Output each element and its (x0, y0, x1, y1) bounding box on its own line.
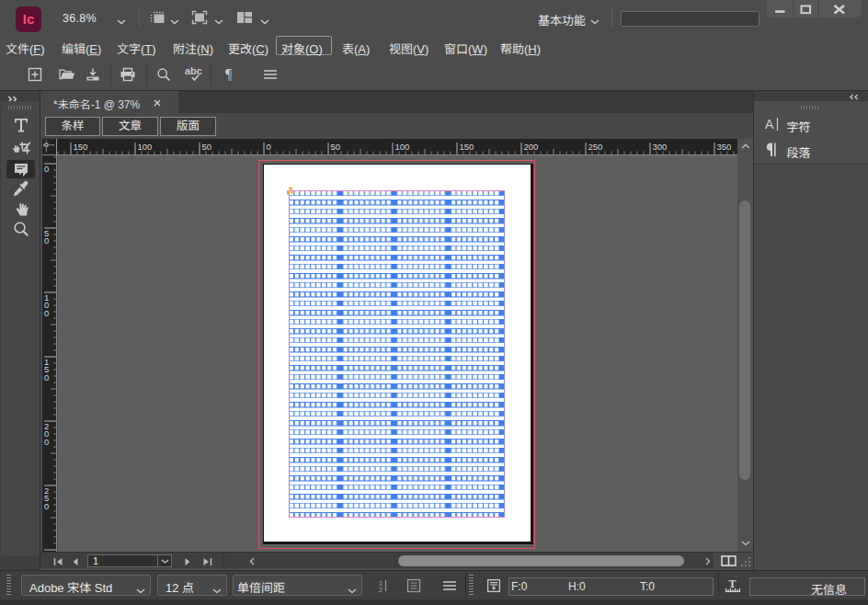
svg-text:0: 0 (44, 235, 49, 245)
svg-text:300: 300 (653, 142, 668, 152)
svg-text:¶: ¶ (225, 66, 233, 81)
svg-text:0: 0 (44, 308, 49, 318)
svg-text:0: 0 (44, 164, 49, 174)
svg-text:150: 150 (74, 142, 88, 152)
svg-text:100: 100 (395, 142, 410, 152)
svg-text:A: A (765, 117, 774, 131)
svg-text:350: 350 (717, 142, 732, 152)
svg-text:0: 0 (44, 501, 49, 511)
svg-text:2: 2 (379, 586, 383, 593)
svg-text:250: 250 (588, 142, 603, 152)
svg-text:200: 200 (524, 142, 539, 152)
svg-text:0: 0 (44, 437, 49, 447)
svg-text:50: 50 (202, 142, 212, 152)
svg-text:50: 50 (331, 142, 341, 152)
svg-text:0: 0 (267, 142, 271, 152)
svg-text:abc: abc (185, 66, 202, 76)
svg-text:150: 150 (460, 142, 474, 152)
svg-text:0: 0 (44, 372, 49, 382)
svg-text:100: 100 (138, 142, 153, 152)
